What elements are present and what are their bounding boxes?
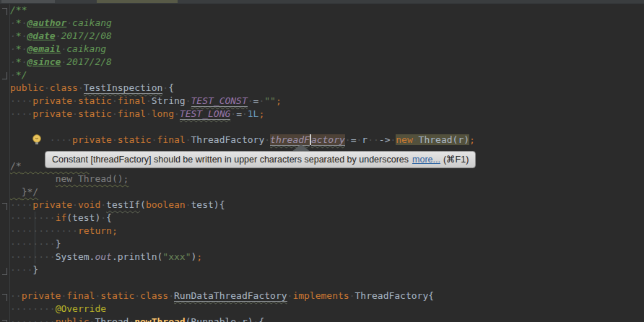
whitespace-dot: ·: [413, 134, 419, 145]
whitespace-dot: ·: [72, 95, 78, 106]
code-token: boolean·: [146, 199, 191, 210]
code-token: Thread(r): [419, 134, 469, 145]
code-line[interactable]: ····}: [10, 264, 644, 277]
code-token: ·=·r··->·: [345, 134, 396, 145]
code-line[interactable]: ····private·static·final·long·TEST_LONG·…: [10, 108, 644, 121]
code-line[interactable]: ····private·static·final·ThreadFactory·t…: [10, 134, 644, 147]
whitespace-dot: ·: [146, 95, 152, 106]
whitespace-dot: ·: [72, 108, 78, 119]
more-link[interactable]: more...: [412, 155, 440, 165]
whitespace-dot: ·: [100, 199, 106, 210]
code-token: ThreadFactory{: [355, 290, 435, 301]
intention-bulb-icon[interactable]: [32, 134, 42, 145]
code-token: ·caikang: [61, 43, 106, 54]
code-token: (test)·{: [66, 212, 112, 223]
whitespace-dot: ·: [27, 264, 32, 275]
code-token: .println(: [112, 251, 162, 262]
code-token: return;: [78, 225, 118, 236]
whitespace-dot: ·: [264, 134, 270, 145]
code-line[interactable]: ·*·@author·caikang: [10, 17, 644, 30]
whitespace-dot: ·: [112, 95, 118, 106]
code-token: String·: [152, 95, 191, 106]
whitespace-dot: ·: [345, 134, 351, 145]
whitespace-dot: ·: [38, 225, 44, 236]
code-token: private·final·static·class·: [22, 290, 174, 301]
whitespace-dot: ·: [186, 95, 191, 106]
code-token: [10, 134, 50, 145]
whitespace-dot: ·: [44, 238, 50, 249]
code-line[interactable]: }*/: [10, 186, 644, 199]
whitespace-dot: ·: [10, 95, 16, 106]
whitespace-dot: ·: [16, 212, 22, 223]
code-line[interactable]: ·*·@email·caikang: [10, 43, 644, 56]
code-token: ·*/: [10, 69, 27, 80]
whitespace-dot: ·: [44, 82, 50, 93]
code-token: }*/: [22, 186, 38, 197]
code-token: @email: [27, 43, 61, 54]
tab-segment[interactable]: [1, 0, 55, 3]
whitespace-dot: ·: [16, 316, 22, 322]
code-token: ··: [10, 290, 22, 301]
fold-marker-start-icon[interactable]: [2, 8, 7, 15]
code-token: (Runnable·r)·{: [186, 316, 265, 322]
code-token: ·*·: [10, 56, 27, 67]
fold-marker-start-icon[interactable]: [2, 203, 7, 210]
code-line[interactable]: ··private·final·static·class·RunDataThre…: [10, 290, 644, 303]
whitespace-dot: ·: [112, 108, 118, 119]
whitespace-dot: ·: [10, 56, 16, 67]
code-line[interactable]: ········if(test)·{: [10, 212, 644, 225]
code-token: @Override: [56, 303, 106, 314]
whitespace-dot: ·: [236, 316, 242, 322]
code-token: /*: [10, 160, 22, 171]
whitespace-dot: ·: [134, 290, 140, 301]
whitespace-dot: ·: [66, 17, 72, 28]
code-line[interactable]: /**: [10, 4, 644, 17]
code-token: ·*·: [10, 17, 27, 28]
code-line[interactable]: ········System.out.println("xxx");: [10, 251, 644, 264]
whitespace-dot: ·: [253, 316, 259, 322]
code-token: test){: [191, 199, 225, 210]
code-line[interactable]: public·class·TestInspection·{: [10, 82, 644, 95]
whitespace-dot: ·: [50, 251, 56, 262]
code-token: @author: [27, 17, 66, 28]
code-line[interactable]: ·*·@date·2017/2/08: [10, 30, 644, 43]
code-line[interactable]: ····private·void·testIf(boolean·test){: [10, 199, 644, 212]
whitespace-dot: ·: [32, 303, 38, 314]
whitespace-dot: ·: [186, 134, 191, 145]
code-token: ThreadFactory·: [191, 134, 271, 145]
code-token: [10, 186, 22, 197]
code-line[interactable]: new Thread();: [10, 173, 644, 186]
code-line[interactable]: ·*/: [10, 69, 644, 82]
code-token: (: [140, 199, 146, 210]
code-line[interactable]: ········@Override: [10, 303, 644, 316]
code-token: ;: [258, 108, 264, 119]
whitespace-dot: ·: [10, 199, 16, 210]
whitespace-dot: ·: [357, 134, 362, 145]
whitespace-dot: ·: [10, 238, 16, 249]
code-token: /**: [10, 4, 27, 15]
code-line[interactable]: ············return;: [10, 225, 644, 238]
code-line[interactable]: ········}: [10, 238, 644, 251]
whitespace-dot: ·: [66, 225, 72, 236]
code-line[interactable]: [10, 121, 644, 134]
code-line[interactable]: [10, 277, 644, 290]
whitespace-dot: ·: [50, 238, 56, 249]
code-line[interactable]: ·*·@since·2017/2/8: [10, 56, 644, 69]
fold-marker-end-icon[interactable]: [2, 72, 7, 79]
whitespace-dot: ·: [38, 251, 44, 262]
code-token: private·static·final·: [72, 134, 191, 145]
code-line[interactable]: ········public·Thread·newThread(Runnable…: [10, 316, 644, 322]
whitespace-dot: ·: [16, 238, 22, 249]
code-token: ········}: [10, 238, 61, 249]
whitespace-dot: ·: [66, 134, 72, 145]
active-tab-indicator[interactable]: [97, 0, 178, 3]
code-token: ;: [469, 134, 475, 145]
fold-marker-end-icon[interactable]: [2, 268, 7, 275]
whitespace-dot: ·: [32, 225, 38, 236]
code-token: RunDataThreadFactory: [174, 290, 287, 302]
code-line[interactable]: ····private·static·final·String·TEST_CON…: [10, 95, 644, 108]
whitespace-dot: ·: [50, 212, 56, 223]
whitespace-dot: ·: [10, 69, 16, 80]
fold-marker-start-icon[interactable]: [2, 294, 7, 301]
whitespace-dot: ·: [72, 199, 78, 210]
